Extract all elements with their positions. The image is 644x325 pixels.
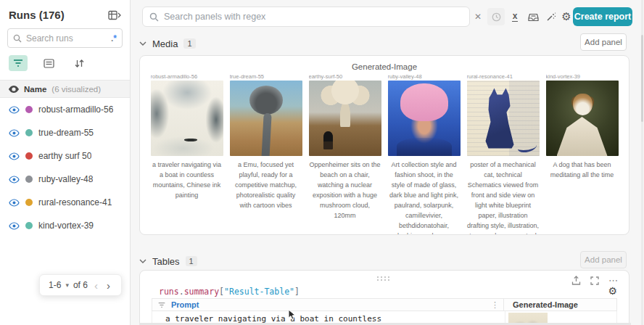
runs-list: robust-armadillo-56 true-dream-55 earthy… [0, 98, 130, 237]
eye-icon[interactable] [9, 222, 20, 230]
media-run-label: ruby-valley-48 [388, 73, 461, 81]
sort-arrows-icon [74, 59, 84, 68]
clear-search-icon[interactable]: ✕ [473, 0, 483, 33]
prev-page-button[interactable]: ‹ [92, 280, 100, 291]
history-icon-button[interactable] [487, 8, 505, 25]
eye-icon[interactable] [9, 106, 20, 114]
media-item[interactable]: rural-resonance-41 poster of a mechanica… [467, 73, 540, 235]
panel-bank-icon[interactable] [527, 0, 540, 33]
eye-icon[interactable] [9, 176, 20, 184]
search-icon [13, 34, 22, 43]
x-axis-settings-icon[interactable]: x [509, 0, 521, 33]
run-color-dot [25, 129, 33, 136]
media-caption: a traveler navigating via a boat in coun… [151, 160, 223, 201]
runs-column-header[interactable]: Name (6 visualized) [0, 80, 130, 98]
runs-pagination: 1-6 ▾ of 6 ‹ › [39, 274, 122, 296]
media-item[interactable]: ruby-valley-48 Art collection style and … [388, 73, 461, 235]
magic-wand-icon[interactable] [544, 0, 557, 33]
prompt-column-header[interactable]: Prompt ⋮ [152, 298, 504, 311]
column-menu-icon[interactable]: ⋮ [491, 300, 499, 310]
tables-add-panel-button[interactable]: Add panel [580, 251, 627, 268]
media-caption: Art collection style and fashion shoot, … [388, 160, 461, 235]
run-row[interactable]: earthy surf 50 [0, 144, 130, 168]
generated-image-media-panel[interactable]: Generated-Image robust-armadillo-56 a tr… [139, 55, 629, 235]
run-name-label[interactable]: robust-armadillo-56 [38, 104, 113, 115]
run-row[interactable]: ruby-valley-48 [0, 168, 130, 191]
drag-handle-icon[interactable] [377, 276, 392, 282]
regex-toggle-icon[interactable]: .* [111, 33, 117, 44]
media-section-title: Media [152, 38, 178, 49]
panel-settings-gear-icon[interactable]: ⚙ [608, 285, 617, 297]
column-filter-icon[interactable] [158, 302, 165, 308]
media-panel-title: Generated-Image [140, 62, 629, 71]
run-name-label[interactable]: ruby-valley-48 [38, 174, 93, 184]
export-icon[interactable] [571, 276, 581, 286]
media-panel-count-badge: 1 [183, 38, 195, 49]
eye-icon[interactable] [9, 199, 20, 207]
search-icon [149, 12, 159, 22]
workspace-settings-gear-icon[interactable]: ⚙ [560, 0, 573, 33]
run-color-dot [25, 152, 33, 160]
expand-table-icon[interactable] [108, 10, 121, 20]
tables-section-header[interactable]: Tables 1 [139, 253, 197, 269]
generated-image-thumbnail[interactable] [388, 81, 461, 156]
page-total-label: of 6 [73, 280, 88, 290]
panel-query-expression[interactable]: runs.summary["Result-Table"] [159, 287, 300, 297]
create-report-button[interactable]: Create report [573, 7, 632, 26]
more-options-icon[interactable]: ⋯ [608, 275, 619, 286]
visibility-eye-icon [9, 86, 19, 93]
generated-image-column-label: Generated-Image [513, 300, 578, 309]
run-color-dot [25, 199, 33, 206]
run-color-dot [25, 106, 33, 113]
generated-image-thumbnail[interactable] [309, 81, 381, 156]
media-item[interactable]: earthy-surf-50 Oppenheimer sits on the b… [309, 73, 381, 235]
media-run-label: earthy-surf-50 [309, 73, 381, 81]
runs-search-input[interactable] [26, 33, 107, 44]
panel-search-input[interactable] [164, 12, 463, 22]
run-color-dot [25, 176, 33, 183]
generated-image-thumbnail[interactable] [467, 81, 540, 156]
page-size-caret-icon[interactable]: ▾ [65, 281, 69, 289]
run-row[interactable]: robust-armadillo-56 [0, 98, 130, 121]
sort-button[interactable] [70, 55, 88, 71]
run-name-label[interactable]: earthy surf 50 [38, 151, 91, 161]
mouse-cursor [287, 309, 297, 321]
media-caption: a Emu, focused yet playful, ready for a … [230, 160, 302, 211]
page-scrollbar-thumb[interactable] [641, 35, 643, 122]
chevron-down-icon [139, 259, 146, 263]
clock-icon [492, 12, 501, 22]
eye-icon[interactable] [9, 152, 20, 160]
page-range-label[interactable]: 1-6 [49, 280, 61, 290]
run-name-label[interactable]: true-dream-55 [38, 128, 94, 138]
visualized-count-label: (6 visualized) [51, 85, 101, 94]
run-row[interactable]: true-dream-55 [0, 121, 130, 144]
filter-button[interactable] [9, 55, 28, 71]
prompt-column-label[interactable]: Prompt [171, 300, 199, 309]
generated-image-thumbnail[interactable] [151, 81, 223, 156]
name-column-label: Name [24, 85, 46, 94]
media-run-label: rural-resonance-41 [467, 73, 540, 81]
group-button[interactable] [39, 55, 58, 71]
media-item[interactable]: robust-armadillo-56 a traveler navigatin… [151, 73, 223, 235]
media-item[interactable]: kind-vortex-39 A dog that has been medit… [546, 73, 619, 235]
generated-image-thumbnail[interactable] [546, 81, 619, 156]
eye-icon[interactable] [9, 129, 20, 137]
run-row[interactable]: rural-resonance-41 [0, 191, 130, 214]
media-section-header[interactable]: Media 1 [139, 36, 196, 52]
run-name-label[interactable]: kind-vortex-39 [38, 221, 94, 231]
generated-image-thumbnail[interactable] [230, 81, 302, 156]
media-item[interactable]: true-dream-55 a Emu, focused yet playful… [230, 73, 302, 235]
next-page-button[interactable]: › [104, 280, 112, 291]
result-table-panel[interactable]: ⋯ runs.summary["Result-Table"] ⚙ Prompt … [139, 270, 629, 325]
media-caption: poster of a mechanical cat, technical Sc… [467, 160, 540, 235]
filter-funnel-icon [13, 59, 23, 67]
run-name-label[interactable]: rural-resonance-41 [38, 197, 112, 207]
runs-search-box: .* [7, 28, 123, 48]
fullscreen-icon[interactable] [590, 276, 599, 285]
runs-sidebar: Runs (176) .* [0, 0, 131, 325]
generated-image-column-header[interactable]: Generated-Image [504, 298, 617, 311]
run-row[interactable]: kind-vortex-39 [0, 214, 130, 237]
chevron-down-icon [139, 41, 146, 46]
media-run-label: robust-armadillo-56 [151, 73, 223, 81]
media-add-panel-button[interactable]: Add panel [580, 33, 627, 51]
